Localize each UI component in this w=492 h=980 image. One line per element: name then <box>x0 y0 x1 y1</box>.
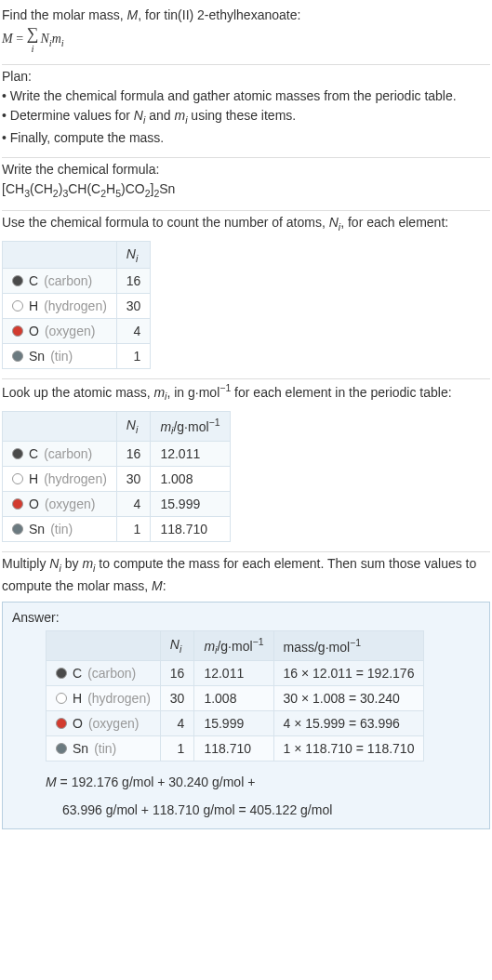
lookup-m: m <box>153 385 165 400</box>
answer-box: Answer: Ni mi/g·mol−1 mass/g·mol−1 C(car… <box>2 602 490 829</box>
multiply-section: Multiply Ni by mi to compute the mass fo… <box>2 552 490 839</box>
plan2-N: N <box>134 108 143 123</box>
element-symbol: Sn <box>29 522 45 536</box>
element-color-icon <box>56 718 67 729</box>
table-row: O(oxygen)4 <box>3 319 151 344</box>
value-cell: 1 × 118.710 = 118.710 <box>273 736 424 761</box>
table-row: Sn(tin)1 <box>3 344 151 369</box>
element-cell: H(hydrogen) <box>3 294 117 319</box>
hdr-mi-m: m <box>204 638 215 653</box>
count-N: N <box>329 215 339 230</box>
lookup-a: Look up the atomic mass, <box>2 385 153 400</box>
count-table: Ni C(carbon)16H(hydrogen)30O(oxygen)4Sn(… <box>2 241 151 370</box>
value-cell: 15.999 <box>194 711 273 736</box>
hdr-mass-text: mass/g·mol <box>284 640 351 655</box>
value-cell: 118.710 <box>194 736 273 761</box>
element-name: (oxygen) <box>45 497 95 511</box>
element-name: (tin) <box>50 349 73 364</box>
value-cell: 30 × 1.008 = 30.240 <box>273 686 424 711</box>
answer-inner: Ni mi/g·mol−1 mass/g·mol−1 C(carbon)1612… <box>12 630 480 817</box>
element-name: (hydrogen) <box>44 298 107 313</box>
lookup-exp: −1 <box>219 382 231 393</box>
value-cell: 1 <box>116 517 151 542</box>
table-row: O(oxygen)415.9994 × 15.999 = 63.996 <box>47 711 424 736</box>
element-symbol: C <box>29 273 38 288</box>
hdr-Ni-i: i <box>180 643 181 655</box>
element-color-icon <box>12 523 23 535</box>
value-cell: 16 <box>160 661 194 686</box>
value-cell: 12.011 <box>194 661 273 686</box>
element-color-icon <box>12 351 23 362</box>
value-cell: 1 <box>160 736 194 761</box>
element-name: (carbon) <box>44 446 92 461</box>
hdr-empty <box>3 411 117 441</box>
value-cell: 1.008 <box>151 467 230 492</box>
plan-bullet-2: • Determine values for Ni and mi using t… <box>2 106 490 128</box>
table-row: C(carbon)16 <box>3 269 151 294</box>
hdr-empty <box>47 630 161 660</box>
lookup-section: Look up the atomic mass, mi, in g·mol−1 … <box>2 379 490 551</box>
element-cell: O(oxygen) <box>47 711 161 736</box>
cf-1: [CH <box>2 181 24 196</box>
value-cell: 12.011 <box>151 442 230 467</box>
element-cell: O(oxygen) <box>3 319 117 344</box>
hdr-mi-unit: /g·mol <box>217 638 252 653</box>
cf-2: (CH <box>30 181 53 196</box>
element-cell: C(carbon) <box>47 661 161 686</box>
hdr-mi-exp: −1 <box>253 636 264 647</box>
element-name: (carbon) <box>87 666 136 681</box>
intro-text2: , for tin(II) 2-ethylhexanoate: <box>138 7 300 22</box>
element-symbol: C <box>29 446 38 461</box>
plan2-b: using these items. <box>187 108 296 123</box>
plan2-a: • Determine values for <box>2 108 134 123</box>
element-cell: Sn(tin) <box>3 517 117 542</box>
value-cell: 4 <box>116 319 151 344</box>
intro-section: Find the molar mass, M, for tin(II) 2-et… <box>2 4 490 64</box>
element-color-icon <box>56 743 67 754</box>
hdr-Ni: Ni <box>160 630 194 660</box>
mul-b: by <box>61 556 83 571</box>
value-cell: 15.999 <box>151 492 230 517</box>
element-cell: O(oxygen) <box>3 492 117 517</box>
value-cell: 16 × 12.011 = 192.176 <box>273 661 424 686</box>
element-cell: H(hydrogen) <box>3 467 117 492</box>
molar-mass-sum-2: 63.996 g/mol + 118.710 g/mol = 405.122 g… <box>46 802 480 817</box>
element-symbol: O <box>29 324 39 338</box>
sigma-index: i <box>31 43 33 54</box>
element-cell: H(hydrogen) <box>47 686 161 711</box>
sigma-icon: ∑i <box>27 25 39 55</box>
answer-label: Answer: <box>12 610 480 625</box>
hdr-Ni: Ni <box>116 411 151 441</box>
table-row: H(hydrogen)301.00830 × 1.008 = 30.240 <box>47 686 424 711</box>
table-header-row: Ni mi/g·mol−1 <box>3 411 231 441</box>
element-color-icon <box>56 693 67 704</box>
element-cell: C(carbon) <box>3 269 117 294</box>
table-row: O(oxygen)415.999 <box>3 492 231 517</box>
element-color-icon <box>12 325 23 337</box>
value-cell: 118.710 <box>151 517 230 542</box>
sum-rest-1: = 192.176 g/mol + 30.240 g/mol + <box>57 775 256 789</box>
count-a: Use the chemical formula to count the nu… <box>2 215 329 230</box>
value-cell: 1 <box>116 344 151 369</box>
table-header-row: Ni <box>3 241 151 269</box>
table-row: C(carbon)1612.011 <box>3 442 231 467</box>
hdr-Ni-N: N <box>126 417 136 432</box>
value-cell: 30 <box>160 686 194 711</box>
lookup-table-body: C(carbon)1612.011H(hydrogen)301.008O(oxy… <box>3 442 231 542</box>
mul-N: N <box>49 556 59 571</box>
multiply-text: Multiply Ni by mi to compute the mass fo… <box>2 554 490 596</box>
value-cell: 16 <box>116 442 151 467</box>
intro-M: M <box>127 7 139 22</box>
element-symbol: O <box>73 716 83 731</box>
element-name: (oxygen) <box>45 324 95 338</box>
count-b: , for each element: <box>340 215 448 230</box>
element-symbol: H <box>73 691 82 706</box>
hdr-mi-unit: /g·mol <box>173 418 208 433</box>
hdr-Ni: Ni <box>116 241 151 269</box>
element-color-icon <box>12 275 23 286</box>
hdr-mass: mass/g·mol−1 <box>273 630 424 660</box>
chem-heading: Write the chemical formula: <box>2 160 490 179</box>
eq-equals: = <box>13 32 27 46</box>
mul-m: m <box>82 556 93 571</box>
hdr-Ni-N: N <box>170 637 180 652</box>
